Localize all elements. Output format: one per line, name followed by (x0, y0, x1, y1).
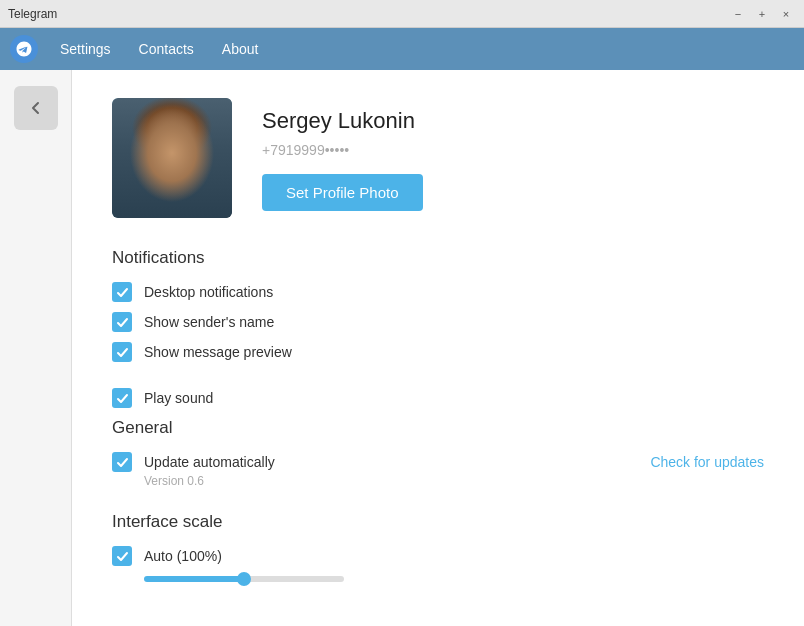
scale-thumb[interactable] (237, 572, 251, 586)
check-updates-link[interactable]: Check for updates (650, 454, 764, 470)
profile-photo-image (112, 98, 232, 218)
checkbox-preview-icon (112, 342, 132, 362)
general-title: General (112, 418, 764, 438)
title-bar: Telegram − + × (0, 0, 804, 28)
interface-title: Interface scale (112, 512, 764, 532)
main-content: Sergey Lukonin +7919999••••• Set Profile… (0, 70, 804, 626)
menu-contacts[interactable]: Contacts (127, 35, 206, 63)
profile-info: Sergey Lukonin +7919999••••• Set Profile… (262, 98, 423, 211)
notifications-title: Notifications (112, 248, 764, 268)
checkbox-message-preview[interactable]: Show message preview (112, 342, 764, 362)
close-button[interactable]: × (776, 4, 796, 24)
checkbox-sound-icon (112, 388, 132, 408)
interface-section: Interface scale Auto (100%) (112, 512, 764, 582)
checkbox-sender-label: Show sender's name (144, 314, 274, 330)
checkbox-scale-icon (112, 546, 132, 566)
checkbox-play-sound[interactable]: Play sound (112, 388, 764, 408)
checkbox-sender-icon (112, 312, 132, 332)
checkbox-sender-name[interactable]: Show sender's name (112, 312, 764, 332)
profile-phone: +7919999••••• (262, 142, 423, 158)
profile-name: Sergey Lukonin (262, 108, 423, 134)
menu-about[interactable]: About (210, 35, 271, 63)
checkbox-update-label: Update automatically (144, 454, 275, 470)
version-text: Version 0.6 (144, 474, 764, 488)
window-title: Telegram (8, 7, 57, 21)
back-button[interactable] (14, 86, 58, 130)
scale-row: Auto (100%) (112, 546, 764, 566)
scale-slider-wrap (144, 576, 764, 582)
settings-panel: Sergey Lukonin +7919999••••• Set Profile… (72, 70, 804, 626)
checkbox-update-icon (112, 452, 132, 472)
scale-slider[interactable] (144, 576, 344, 582)
back-panel (0, 70, 72, 626)
checkbox-desktop-notifications[interactable]: Desktop notifications (112, 282, 764, 302)
title-bar-controls: − + × (728, 4, 796, 24)
scale-label: Auto (100%) (144, 548, 222, 564)
profile-section: Sergey Lukonin +7919999••••• Set Profile… (112, 90, 764, 218)
menu-settings[interactable]: Settings (48, 35, 123, 63)
general-section: General Update automatically Check for u… (112, 418, 764, 488)
telegram-logo (10, 35, 38, 63)
maximize-button[interactable]: + (752, 4, 772, 24)
checkbox-preview-label: Show message preview (144, 344, 292, 360)
set-profile-photo-button[interactable]: Set Profile Photo (262, 174, 423, 211)
checkbox-desktop-label: Desktop notifications (144, 284, 273, 300)
menu-bar: Settings Contacts About (0, 28, 804, 70)
profile-photo (112, 98, 232, 218)
update-row: Update automatically Check for updates (112, 452, 764, 472)
checkbox-sound-label: Play sound (144, 390, 213, 406)
checkbox-desktop-icon (112, 282, 132, 302)
checkbox-update-auto[interactable]: Update automatically (112, 452, 638, 472)
minimize-button[interactable]: − (728, 4, 748, 24)
